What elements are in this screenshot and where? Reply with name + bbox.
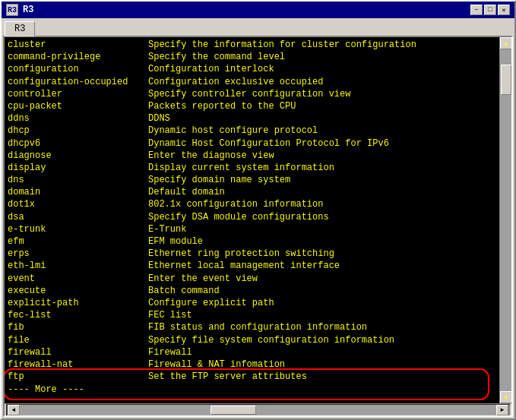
command-description: 802.1x configuration information <box>148 198 323 210</box>
scroll-down-button[interactable]: ▼ <box>500 391 511 403</box>
command-description: Default domain <box>148 186 225 198</box>
command-description: Configuration exclusive occupied <box>148 76 323 88</box>
command-description: Configuration interlock <box>148 63 274 75</box>
table-row: ftpSet the FTP server attributes <box>8 371 496 383</box>
scroll-up-button[interactable]: ▲ <box>500 37 511 49</box>
command-label: event <box>8 273 148 285</box>
command-description: Firewall & NAT infomation <box>148 358 285 371</box>
command-description: FIB status and configuration information <box>148 321 367 333</box>
command-label: cluster <box>8 39 148 51</box>
table-row: dhcpv6Dynamic Host Configuration Protoco… <box>8 137 496 150</box>
command-label: ftp <box>8 371 148 383</box>
table-row: configuration-occupiedConfiguration excl… <box>8 76 496 88</box>
more-line: ---- More ---- <box>8 384 496 395</box>
command-label: cpu-packet <box>8 100 148 112</box>
table-row: firewall-natFirewall & NAT infomation <box>8 358 496 371</box>
table-row: ddnsDDNS <box>8 112 496 125</box>
command-label: dhcp <box>8 125 148 137</box>
command-description: Configure explicit path <box>148 297 274 309</box>
command-label: controller <box>8 88 148 100</box>
command-label: erps <box>8 248 148 260</box>
command-label: firewall-nat <box>8 358 148 371</box>
window-icon: R3 <box>6 4 18 16</box>
hscroll-track <box>20 405 496 415</box>
command-description: Packets reported to the CPU <box>148 100 296 112</box>
command-description: Firewall <box>148 346 192 358</box>
command-label: configuration-occupied <box>8 76 148 88</box>
command-description: E-Trunk <box>148 223 186 235</box>
content-area: clusterSpecify the information for clust… <box>3 36 513 417</box>
command-description: Ethernet local management interface <box>148 260 340 272</box>
command-description: Specify the command level <box>148 51 285 63</box>
table-row: executeBatch command <box>8 285 496 297</box>
tab-r3[interactable]: R3 <box>5 21 35 36</box>
command-description: Specify domain name system <box>148 174 290 186</box>
command-label: execute <box>8 285 148 297</box>
command-label: fec-list <box>8 309 148 321</box>
table-row: dot1x802.1x configuration information <box>8 198 496 210</box>
command-label: e-trunk <box>8 223 148 235</box>
table-row: eth-lmiEthernet local management interfa… <box>8 260 496 272</box>
table-row: clusterSpecify the information for clust… <box>8 39 496 51</box>
command-description: Dynamic Host Configuration Protocol for … <box>148 137 389 150</box>
command-description: EFM module <box>148 235 203 248</box>
command-label: diagnose <box>8 150 148 162</box>
title-bar-left: R3 R3 <box>6 4 33 16</box>
command-description: Specify DSA module configurations <box>148 211 329 223</box>
tab-bar: R3 <box>2 18 514 36</box>
table-row: domainDefault domain <box>8 186 496 198</box>
minimize-button[interactable]: – <box>470 5 483 15</box>
table-row: dnsSpecify domain name system <box>8 174 496 186</box>
table-row: displayDisplay current system informatio… <box>8 162 496 174</box>
command-label: firewall <box>8 346 148 358</box>
table-row: eventEnter the event view <box>8 273 496 285</box>
vertical-scrollbar[interactable]: ▲ ▼ <box>499 37 511 403</box>
table-row: cpu-packetPackets reported to the CPU <box>8 100 496 112</box>
hscroll-left-button[interactable]: ◄ <box>8 405 20 415</box>
table-row: dsaSpecify DSA module configurations <box>8 211 496 223</box>
table-row: configurationConfiguration interlock <box>8 63 496 75</box>
table-row: fec-listFEC list <box>8 309 496 321</box>
hscroll-right-button[interactable]: ► <box>496 405 508 415</box>
table-row: efmEFM module <box>8 235 496 248</box>
table-row: diagnoseEnter the diagnose view <box>8 150 496 162</box>
table-row: firewallFirewall <box>8 346 496 358</box>
command-description: Enter the diagnose view <box>148 150 274 162</box>
command-label: dot1x <box>8 198 148 210</box>
hscroll-thumb[interactable] <box>211 406 256 415</box>
command-label: ddns <box>8 112 148 125</box>
terminal-content: clusterSpecify the information for clust… <box>5 37 499 403</box>
table-row: fileSpecify file system configuration in… <box>8 334 496 346</box>
table-row: fibFIB status and configuration informat… <box>8 321 496 333</box>
command-label: display <box>8 162 148 174</box>
command-label: configuration <box>8 63 148 75</box>
table-row: dhcpDynamic host configure protocol <box>8 125 496 137</box>
command-description: FEC list <box>148 309 192 321</box>
command-label: efm <box>8 235 148 248</box>
command-label: domain <box>8 186 148 198</box>
table-row: e-trunkE-Trunk <box>8 223 496 235</box>
table-row: erpsEthernet ring protection switching <box>8 248 496 260</box>
window-title: R3 <box>23 5 33 15</box>
command-description: Batch command <box>148 285 220 297</box>
command-description: Dynamic host configure protocol <box>148 125 318 137</box>
table-row: controllerSpecify controller configurati… <box>8 88 496 100</box>
scroll-track <box>500 49 511 391</box>
title-bar-buttons: – □ ✕ <box>470 5 510 15</box>
main-window: R3 R3 – □ ✕ R3 clusterSpecify the inform… <box>0 0 516 420</box>
command-label: fib <box>8 321 148 333</box>
command-label: explicit-path <box>8 297 148 309</box>
maximize-button[interactable]: □ <box>484 5 496 15</box>
command-description: Set the FTP server attributes <box>148 371 307 383</box>
command-label: command-privilege <box>8 51 148 63</box>
scroll-thumb[interactable] <box>501 65 511 95</box>
command-description: Specify file system configuration inform… <box>148 334 394 346</box>
close-button[interactable]: ✕ <box>498 5 510 15</box>
command-description: Ethernet ring protection switching <box>148 248 334 260</box>
title-bar: R3 R3 – □ ✕ <box>2 2 514 18</box>
command-label: file <box>8 334 148 346</box>
command-label: dsa <box>8 211 148 223</box>
horizontal-scrollbar: ◄ ► <box>6 404 510 416</box>
command-description: Specify the information for cluster conf… <box>148 39 416 51</box>
command-description: Specify controller configuration view <box>148 88 350 100</box>
